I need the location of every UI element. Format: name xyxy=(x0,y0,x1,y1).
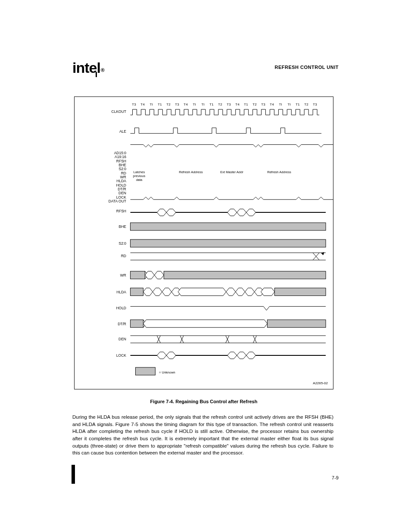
phase-21: T3 xyxy=(311,103,319,106)
phase-10: T2 xyxy=(216,103,224,106)
page-number: 7-9 xyxy=(332,475,339,480)
adstate-0: Latches previous data xyxy=(131,170,148,182)
label-hold: HOLD xyxy=(75,306,126,310)
phase-9: T1 xyxy=(207,103,216,106)
label-ad: AD15:0 A19:16 RFSH BHE S2:0 RD WR HLDA H… xyxy=(75,151,126,203)
phase-14: T2 xyxy=(250,103,259,106)
svg-rect-9 xyxy=(274,288,326,296)
svg-rect-3 xyxy=(131,240,326,247)
phase-20: T2 xyxy=(302,103,311,106)
label-clkout: CLKOUT xyxy=(75,110,126,114)
svg-rect-6 xyxy=(131,271,145,279)
phase-13: T1 xyxy=(242,103,250,106)
adstate-7: Ext Master Addr xyxy=(217,170,247,174)
phase-17: TI xyxy=(276,103,285,106)
phase-4: T2 xyxy=(164,103,173,106)
label-lock: LOCK xyxy=(75,354,126,358)
label-rfsh2: RFSH xyxy=(75,209,126,213)
svg-rect-8 xyxy=(131,288,143,296)
label-dtr: DT/R xyxy=(75,322,126,326)
phase-0: T3 xyxy=(130,103,138,106)
svg-rect-2 xyxy=(131,223,326,230)
figure-id: A2265-02 xyxy=(289,381,328,385)
label-hlda: HLDA xyxy=(75,290,126,294)
intel-logo: intel® xyxy=(72,59,104,76)
phase-15: T3 xyxy=(259,103,268,106)
adstate-11: Refresh Address xyxy=(264,170,294,174)
phase-12: T4 xyxy=(233,103,242,106)
label-wr: WR xyxy=(75,274,126,277)
figure-caption: Figure 7-4. Regaining Bus Control after … xyxy=(74,399,333,404)
timing-diagram-figure: CLKOUT ALE AD15:0 A19:16 RFSH BHE S2:0 R… xyxy=(74,96,333,389)
label-s20: S2:0 xyxy=(75,242,126,246)
phase-2: TI xyxy=(147,103,156,106)
page-edge-mark xyxy=(72,465,75,484)
phase-3: T1 xyxy=(156,103,164,106)
label-den: DEN xyxy=(75,337,126,341)
svg-rect-7 xyxy=(164,271,326,279)
label-rd: RD xyxy=(75,254,126,258)
svg-rect-11 xyxy=(131,320,143,327)
body-paragraph: During the HLDA bus release period, the … xyxy=(72,414,333,457)
running-header: REFRESH CONTROL UNIT xyxy=(274,65,339,70)
phase-6: T4 xyxy=(181,103,190,106)
phase-16: T4 xyxy=(268,103,276,106)
phase-7: TI xyxy=(190,103,199,106)
label-bhe2: BHE xyxy=(75,225,126,229)
phase-19: T1 xyxy=(293,103,302,106)
adstate-4: Refresh Address xyxy=(176,170,206,174)
phase-1: T4 xyxy=(138,103,147,106)
phase-5: T3 xyxy=(173,103,181,106)
phase-8: TI xyxy=(199,103,207,106)
svg-rect-16 xyxy=(136,367,156,375)
phase-18: TI xyxy=(285,103,293,106)
label-ale: ALE xyxy=(75,130,126,134)
svg-rect-12 xyxy=(267,320,326,327)
phase-11: T3 xyxy=(224,103,233,106)
legend-text: = Unknown xyxy=(159,370,193,374)
